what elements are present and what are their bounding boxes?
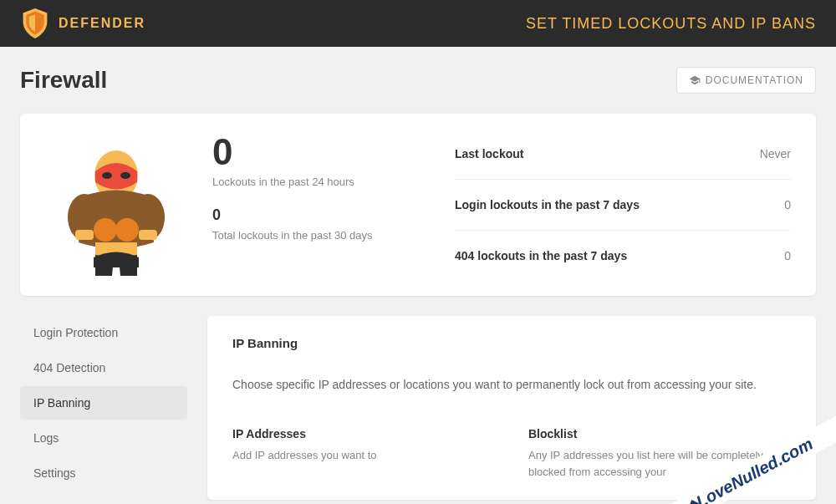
stats-card: 0 Lockouts in the past 24 hours 0 Total … [20, 114, 816, 296]
sub-title: IP Addresses [232, 427, 495, 440]
stat-key: Last lockout [455, 147, 523, 160]
logo-wrap: DEFENDER [20, 7, 145, 40]
svg-rect-5 [75, 230, 94, 240]
lockouts-30d-label: Total lockouts in the past 30 days [212, 229, 430, 242]
content-columns: Login Protection 404 Detection IP Bannin… [20, 316, 816, 500]
lockouts-24h-value: 0 [212, 134, 430, 171]
lockouts-24h-label: Lockouts in the past 24 hours [212, 176, 430, 188]
top-bar: DEFENDER SET TIMED LOCKOUTS AND IP BANS [0, 0, 836, 47]
documentation-button[interactable]: DOCUMENTATION [676, 67, 816, 94]
svg-point-8 [115, 218, 139, 242]
defender-shield-icon [20, 7, 50, 40]
stats-right: Last lockout Never Login lockouts in the… [455, 134, 791, 276]
stat-row: 404 lockouts in the past 7 days 0 [455, 241, 791, 271]
sidebar-item-404-detection[interactable]: 404 Detection [20, 351, 187, 384]
page-body: Firewall DOCUMENTATION [0, 47, 836, 504]
stat-value: 0 [784, 249, 791, 262]
sub-columns: IP Addresses Add IP addresses you want t… [232, 427, 791, 480]
stat-value: Never [760, 147, 791, 160]
graduation-cap-icon [689, 74, 701, 86]
sidebar-item-login-protection[interactable]: Login Protection [20, 316, 187, 349]
sidebar: Login Protection 404 Detection IP Bannin… [20, 316, 187, 500]
section-title: IP Banning [232, 336, 791, 350]
documentation-label: DOCUMENTATION [706, 74, 803, 86]
stat-key: Login lockouts in the past 7 days [455, 198, 640, 211]
sub-col-ip-addresses: IP Addresses Add IP addresses you want t… [232, 427, 495, 480]
brand-name: DEFENDER [59, 16, 145, 31]
tagline: SET TIMED LOCKOUTS AND IP BANS [526, 15, 816, 33]
svg-point-7 [94, 218, 117, 242]
divider [455, 179, 791, 180]
svg-point-1 [102, 172, 112, 179]
page-header: Firewall DOCUMENTATION [20, 67, 816, 94]
stat-key: 404 lockouts in the past 7 days [455, 249, 627, 262]
defender-mascot-icon [45, 134, 187, 276]
section-description: Choose specific IP addresses or location… [232, 375, 791, 394]
sidebar-item-ip-banning[interactable]: IP Banning [20, 386, 187, 420]
sub-desc: Add IP addresses you want to [232, 447, 495, 464]
stats-left: 0 Lockouts in the past 24 hours 0 Total … [212, 134, 430, 276]
svg-point-2 [120, 172, 130, 179]
main-card: IP Banning Choose specific IP addresses … [207, 316, 816, 500]
svg-rect-6 [139, 230, 157, 240]
stat-row: Login lockouts in the past 7 days 0 [455, 190, 791, 220]
page-title: Firewall [20, 67, 107, 94]
lockouts-30d-value: 0 [212, 206, 430, 224]
sub-col-blocklist: Blocklist Any IP addresses you list here… [528, 427, 791, 480]
stat-row: Last lockout Never [455, 139, 791, 169]
divider [455, 230, 791, 231]
sidebar-item-settings[interactable]: Settings [20, 456, 187, 490]
sub-title: Blocklist [528, 427, 791, 440]
sidebar-item-logs[interactable]: Logs [20, 421, 187, 455]
stat-value: 0 [784, 198, 791, 211]
sub-desc: Any IP addresses you list here will be c… [528, 447, 791, 480]
